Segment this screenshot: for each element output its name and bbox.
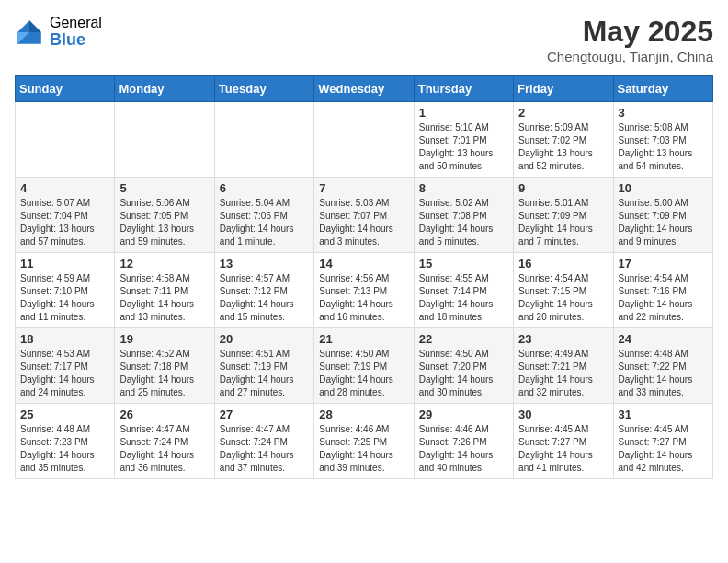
calendar-cell: 3Sunrise: 5:08 AM Sunset: 7:03 PM Daylig… <box>613 102 712 178</box>
day-info: Sunrise: 4:47 AM Sunset: 7:24 PM Dayligh… <box>119 423 209 475</box>
calendar-cell: 23Sunrise: 4:49 AM Sunset: 7:21 PM Dayli… <box>514 328 613 404</box>
day-number: 17 <box>619 257 708 270</box>
weekday-header: Friday <box>514 76 613 102</box>
calendar-subtitle: Chengtougu, Tianjin, China <box>547 49 713 64</box>
calendar-cell: 24Sunrise: 4:48 AM Sunset: 7:22 PM Dayli… <box>613 328 712 404</box>
calendar-week-row: 4Sunrise: 5:07 AM Sunset: 7:04 PM Daylig… <box>16 178 713 253</box>
day-info: Sunrise: 5:06 AM Sunset: 7:05 PM Dayligh… <box>119 197 209 248</box>
day-number: 24 <box>619 332 708 346</box>
calendar-cell: 29Sunrise: 4:46 AM Sunset: 7:26 PM Dayli… <box>414 404 513 479</box>
calendar-cell: 30Sunrise: 4:45 AM Sunset: 7:27 PM Dayli… <box>514 404 613 479</box>
day-info: Sunrise: 4:56 AM Sunset: 7:13 PM Dayligh… <box>319 272 408 324</box>
day-info: Sunrise: 4:53 AM Sunset: 7:17 PM Dayligh… <box>20 348 109 399</box>
day-number: 31 <box>619 408 708 421</box>
day-number: 14 <box>319 257 408 270</box>
calendar-week-row: 25Sunrise: 4:48 AM Sunset: 7:23 PM Dayli… <box>16 404 713 479</box>
day-number: 22 <box>419 332 508 346</box>
calendar-cell: 11Sunrise: 4:59 AM Sunset: 7:10 PM Dayli… <box>16 253 115 328</box>
day-info: Sunrise: 4:58 AM Sunset: 7:11 PM Dayligh… <box>119 272 209 324</box>
day-number: 10 <box>619 181 708 195</box>
calendar-cell: 14Sunrise: 4:56 AM Sunset: 7:13 PM Dayli… <box>314 253 414 328</box>
logo-icon <box>15 17 44 47</box>
day-number: 27 <box>220 408 309 421</box>
logo-text: General Blue <box>50 15 102 49</box>
day-number: 5 <box>119 181 209 195</box>
weekday-header: Sunday <box>16 76 115 102</box>
day-number: 28 <box>319 408 408 421</box>
calendar-cell: 22Sunrise: 4:50 AM Sunset: 7:20 PM Dayli… <box>414 328 513 404</box>
weekday-header-row: SundayMondayTuesdayWednesdayThursdayFrid… <box>16 76 713 102</box>
day-number: 4 <box>20 181 109 195</box>
day-info: Sunrise: 5:09 AM Sunset: 7:02 PM Dayligh… <box>518 121 608 173</box>
calendar-cell: 6Sunrise: 5:04 AM Sunset: 7:06 PM Daylig… <box>214 178 313 253</box>
day-number: 6 <box>220 181 309 195</box>
calendar-cell: 21Sunrise: 4:50 AM Sunset: 7:19 PM Dayli… <box>314 328 414 404</box>
day-info: Sunrise: 5:03 AM Sunset: 7:07 PM Dayligh… <box>319 197 408 248</box>
calendar-cell <box>115 102 214 178</box>
calendar-cell: 20Sunrise: 4:51 AM Sunset: 7:19 PM Dayli… <box>214 328 313 404</box>
calendar-cell: 7Sunrise: 5:03 AM Sunset: 7:07 PM Daylig… <box>314 178 414 253</box>
day-number: 13 <box>220 257 309 270</box>
day-number: 30 <box>518 408 608 421</box>
day-info: Sunrise: 4:51 AM Sunset: 7:19 PM Dayligh… <box>220 348 309 399</box>
day-info: Sunrise: 4:54 AM Sunset: 7:16 PM Dayligh… <box>619 272 708 324</box>
calendar-week-row: 11Sunrise: 4:59 AM Sunset: 7:10 PM Dayli… <box>16 253 713 328</box>
day-number: 2 <box>518 106 608 120</box>
calendar-cell: 1Sunrise: 5:10 AM Sunset: 7:01 PM Daylig… <box>414 102 513 178</box>
weekday-header: Wednesday <box>314 76 414 102</box>
title-block: May 2025 Chengtougu, Tianjin, China <box>547 15 713 64</box>
day-number: 11 <box>20 257 109 270</box>
day-info: Sunrise: 5:08 AM Sunset: 7:03 PM Dayligh… <box>619 121 708 173</box>
day-info: Sunrise: 4:46 AM Sunset: 7:26 PM Dayligh… <box>419 423 508 475</box>
day-number: 19 <box>119 332 209 346</box>
calendar-cell: 19Sunrise: 4:52 AM Sunset: 7:18 PM Dayli… <box>115 328 214 404</box>
day-number: 25 <box>20 408 109 421</box>
calendar-cell: 4Sunrise: 5:07 AM Sunset: 7:04 PM Daylig… <box>16 178 115 253</box>
day-info: Sunrise: 4:54 AM Sunset: 7:15 PM Dayligh… <box>518 272 608 324</box>
day-info: Sunrise: 4:57 AM Sunset: 7:12 PM Dayligh… <box>220 272 309 324</box>
day-number: 16 <box>518 257 608 270</box>
day-number: 12 <box>119 257 209 270</box>
calendar-cell: 2Sunrise: 5:09 AM Sunset: 7:02 PM Daylig… <box>514 102 613 178</box>
calendar-cell: 10Sunrise: 5:00 AM Sunset: 7:09 PM Dayli… <box>613 178 712 253</box>
day-info: Sunrise: 4:52 AM Sunset: 7:18 PM Dayligh… <box>119 348 209 399</box>
calendar-table: SundayMondayTuesdayWednesdayThursdayFrid… <box>15 75 713 479</box>
calendar-cell: 28Sunrise: 4:46 AM Sunset: 7:25 PM Dayli… <box>314 404 414 479</box>
day-number: 23 <box>518 332 608 346</box>
day-info: Sunrise: 4:55 AM Sunset: 7:14 PM Dayligh… <box>419 272 508 324</box>
day-number: 20 <box>220 332 309 346</box>
day-number: 21 <box>319 332 408 346</box>
day-number: 15 <box>419 257 508 270</box>
page-header: General Blue May 2025 Chengtougu, Tianji… <box>15 15 713 64</box>
day-info: Sunrise: 5:02 AM Sunset: 7:08 PM Dayligh… <box>419 197 508 248</box>
calendar-cell: 5Sunrise: 5:06 AM Sunset: 7:05 PM Daylig… <box>115 178 214 253</box>
calendar-cell: 25Sunrise: 4:48 AM Sunset: 7:23 PM Dayli… <box>16 404 115 479</box>
day-info: Sunrise: 4:45 AM Sunset: 7:27 PM Dayligh… <box>619 423 708 475</box>
day-number: 18 <box>20 332 109 346</box>
calendar-cell: 31Sunrise: 4:45 AM Sunset: 7:27 PM Dayli… <box>613 404 712 479</box>
svg-marker-1 <box>29 20 41 32</box>
day-info: Sunrise: 4:50 AM Sunset: 7:19 PM Dayligh… <box>319 348 408 399</box>
weekday-header: Saturday <box>613 76 712 102</box>
calendar-cell: 27Sunrise: 4:47 AM Sunset: 7:24 PM Dayli… <box>214 404 313 479</box>
day-number: 1 <box>419 106 508 120</box>
weekday-header: Tuesday <box>214 76 313 102</box>
day-info: Sunrise: 4:46 AM Sunset: 7:25 PM Dayligh… <box>319 423 408 475</box>
day-info: Sunrise: 5:04 AM Sunset: 7:06 PM Dayligh… <box>220 197 309 248</box>
calendar-week-row: 18Sunrise: 4:53 AM Sunset: 7:17 PM Dayli… <box>16 328 713 404</box>
calendar-cell: 18Sunrise: 4:53 AM Sunset: 7:17 PM Dayli… <box>16 328 115 404</box>
day-number: 29 <box>419 408 508 421</box>
calendar-cell: 16Sunrise: 4:54 AM Sunset: 7:15 PM Dayli… <box>514 253 613 328</box>
day-number: 26 <box>119 408 209 421</box>
day-info: Sunrise: 5:00 AM Sunset: 7:09 PM Dayligh… <box>619 197 708 248</box>
day-info: Sunrise: 4:45 AM Sunset: 7:27 PM Dayligh… <box>518 423 608 475</box>
day-info: Sunrise: 4:48 AM Sunset: 7:22 PM Dayligh… <box>619 348 708 399</box>
day-info: Sunrise: 4:50 AM Sunset: 7:20 PM Dayligh… <box>419 348 508 399</box>
calendar-cell: 26Sunrise: 4:47 AM Sunset: 7:24 PM Dayli… <box>115 404 214 479</box>
calendar-cell: 12Sunrise: 4:58 AM Sunset: 7:11 PM Dayli… <box>115 253 214 328</box>
day-number: 9 <box>518 181 608 195</box>
logo-general: General <box>50 15 102 31</box>
calendar-week-row: 1Sunrise: 5:10 AM Sunset: 7:01 PM Daylig… <box>16 102 713 178</box>
calendar-cell <box>214 102 313 178</box>
day-info: Sunrise: 4:47 AM Sunset: 7:24 PM Dayligh… <box>220 423 309 475</box>
